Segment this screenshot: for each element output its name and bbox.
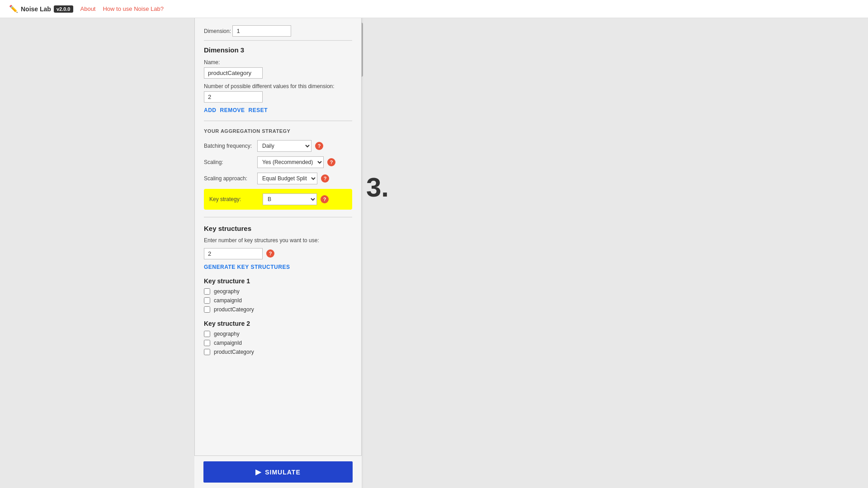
simulate-bar: ▶ SIMULATE xyxy=(194,455,362,488)
scaling-approach-select[interactable]: Equal Budget Split xyxy=(257,173,317,184)
dimension3-values-label: Number of possible different values for … xyxy=(204,83,352,89)
ks-description: Enter number of key structures you want … xyxy=(204,237,352,244)
scaling-row: Scaling: Yes (Recommended) No ? xyxy=(204,156,352,168)
key-structure-2: Key structure 2 geography campaignId pro… xyxy=(204,320,352,355)
scaling-label: Scaling: xyxy=(204,159,254,165)
ks1-label-productCategory: productCategory xyxy=(214,306,254,313)
dimension3-name-label: Name: xyxy=(204,59,352,66)
key-structures-section: Key structures Enter number of key struc… xyxy=(204,225,352,355)
generate-link[interactable]: GENERATE KEY STRUCTURES xyxy=(204,264,352,270)
ks1-label-campaignId: campaignId xyxy=(214,297,242,304)
scaling-approach-row: Scaling approach: Equal Budget Split ? xyxy=(204,173,352,184)
ks1-item-campaignId: campaignId xyxy=(204,297,352,304)
simulate-button[interactable]: ▶ SIMULATE xyxy=(203,461,353,483)
batching-label: Batching frequency: xyxy=(204,143,254,149)
key-structures-title: Key structures xyxy=(204,225,352,232)
scaling-approach-help-icon[interactable]: ? xyxy=(321,174,329,183)
dimension-partial-top: Dimension: xyxy=(204,25,352,41)
ks2-label-campaignId: campaignId xyxy=(214,340,242,346)
ks2-label-productCategory: productCategory xyxy=(214,349,254,355)
about-link[interactable]: About xyxy=(80,5,96,12)
dimension-partial-label: Dimension: xyxy=(204,28,231,34)
dimension3-values-row: Number of possible different values for … xyxy=(204,83,352,103)
ks-count-input[interactable] xyxy=(204,248,263,259)
scaling-help-icon[interactable]: ? xyxy=(327,158,335,166)
batching-select[interactable]: Daily Weekly Monthly xyxy=(257,140,311,152)
key-strategy-help-icon[interactable]: ? xyxy=(321,195,329,203)
ks2-checkbox-campaignId[interactable] xyxy=(204,340,210,346)
dimension3-title: Dimension 3 xyxy=(204,46,352,54)
key-structure-1: Key structure 1 geography campaignId pro… xyxy=(204,277,352,313)
app-name: Noise Lab xyxy=(21,5,51,13)
play-icon: ▶ xyxy=(255,468,261,476)
ks-count-help-icon[interactable]: ? xyxy=(266,249,274,258)
ks2-label-geography: geography xyxy=(214,331,240,337)
aggregation-section: YOUR AGGREGATION STRATEGY Batching frequ… xyxy=(204,128,352,210)
app-logo: ✏️ Noise Lab v2.0.0 xyxy=(9,5,73,13)
ks1-checkbox-productCategory[interactable] xyxy=(204,306,210,313)
divider-1 xyxy=(204,121,352,121)
dimension3-values-input[interactable] xyxy=(204,91,263,103)
key-strategy-label: Key strategy: xyxy=(209,196,259,202)
ks1-checkbox-campaignId[interactable] xyxy=(204,297,210,304)
simulate-label: SIMULATE xyxy=(265,469,301,476)
ks-count-row: ? xyxy=(204,248,352,259)
divider-2 xyxy=(204,217,352,217)
key-structure-2-title: Key structure 2 xyxy=(204,320,352,327)
main-panel: Dimension: Dimension 3 Name: Number of p… xyxy=(194,18,362,488)
scaling-select[interactable]: Yes (Recommended) No xyxy=(257,156,324,168)
scaling-approach-label: Scaling approach: xyxy=(204,175,254,182)
key-structure-1-title: Key structure 1 xyxy=(204,277,352,285)
key-strategy-select[interactable]: A B C xyxy=(263,193,317,205)
reset-link[interactable]: RESET xyxy=(249,107,268,113)
remove-link[interactable]: REMOVE xyxy=(220,107,245,113)
aggregation-title: YOUR AGGREGATION STRATEGY xyxy=(204,128,352,134)
dimension3-actions: ADD REMOVE RESET xyxy=(204,107,352,113)
batching-help-icon[interactable]: ? xyxy=(315,142,323,150)
add-link[interactable]: ADD xyxy=(204,107,217,113)
version-badge: v2.0.0 xyxy=(54,5,73,13)
how-to-link[interactable]: How to use Noise Lab? xyxy=(103,5,163,12)
ks2-item-geography: geography xyxy=(204,331,352,337)
dimension3-section: Dimension 3 Name: Number of possible dif… xyxy=(204,46,352,113)
step-annotation: 3. xyxy=(366,172,389,203)
ks1-checkbox-geography[interactable] xyxy=(204,288,210,295)
ks1-item-productCategory: productCategory xyxy=(204,306,352,313)
dimension3-name-row: Name: xyxy=(204,59,352,79)
ks2-item-productCategory: productCategory xyxy=(204,349,352,355)
key-strategy-row: Key strategy: A B C ? xyxy=(204,189,352,210)
ks2-checkbox-productCategory[interactable] xyxy=(204,349,210,355)
top-navigation: ✏️ Noise Lab v2.0.0 About How to use Noi… xyxy=(0,0,868,18)
batching-row: Batching frequency: Daily Weekly Monthly… xyxy=(204,140,352,152)
ks1-item-geography: geography xyxy=(204,288,352,295)
dimension-partial-input[interactable] xyxy=(232,25,291,37)
pencil-icon: ✏️ xyxy=(9,5,18,13)
dimension3-name-input[interactable] xyxy=(204,67,263,79)
ks2-checkbox-geography[interactable] xyxy=(204,331,210,337)
ks2-item-campaignId: campaignId xyxy=(204,340,352,346)
ks1-label-geography: geography xyxy=(214,288,240,295)
